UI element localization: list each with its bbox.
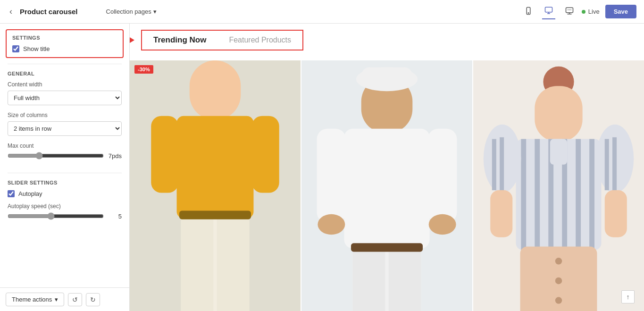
save-button[interactable]: Save [605,5,636,18]
autoplay-checkbox[interactable] [8,190,15,197]
show-title-checkbox[interactable] [12,45,19,52]
size-of-columns-label: Size of columns [8,112,122,118]
max-count-group: Max count 7pds [8,143,122,160]
size-of-columns-group: Size of columns 1 item in row 2 items in… [8,112,122,136]
tab-featured[interactable]: Featured Products [229,36,291,44]
page-title: Product carousel [20,8,78,16]
svg-rect-29 [389,247,421,311]
sidebar-content: SETTINGS Show title GENERAL Content widt… [0,24,129,287]
svg-rect-47 [605,139,609,191]
max-count-label: Max count [8,143,122,149]
svg-rect-21 [361,67,413,84]
svg-rect-49 [490,190,512,237]
svg-rect-41 [589,139,594,250]
product-card-1: -30% Lacoste Belted chino trousers polo [130,60,301,311]
autoplay-speed-group: Autoplay speed (sec) 5 [8,203,122,220]
svg-rect-40 [576,139,581,250]
svg-rect-23 [317,129,346,223]
content-width-label: Content width [8,81,122,88]
mobile-view-button[interactable] [522,5,535,19]
svg-rect-34 [535,86,582,142]
svg-rect-9 [190,60,241,120]
svg-rect-10 [177,116,254,219]
svg-point-53 [555,277,562,284]
theme-actions-label: Theme actions [12,296,52,303]
autoplay-speed-value: 5 [108,213,122,220]
show-title-row: Show title [12,45,117,52]
autoplay-speed-slider-row: 5 [8,212,122,220]
product-badge-1: -30% [134,65,153,74]
device-icons [522,4,576,19]
svg-rect-22 [344,129,430,248]
max-count-value: 7pds [108,152,122,160]
general-section: GENERAL Content width Full width Boxed S… [0,64,129,173]
svg-rect-50 [605,190,627,237]
settings-section-box: SETTINGS Show title [6,29,124,58]
topbar: ‹ Product carousel Collection pages ▾ Li… [0,0,644,24]
settings-label: SETTINGS [12,35,117,41]
svg-rect-12 [252,116,279,193]
live-indicator: Live [582,8,600,15]
autoplay-label: Autoplay [18,190,42,197]
redo-button[interactable]: ↻ [86,293,100,306]
size-of-columns-select[interactable]: 1 item in row 2 items in row 3 items in … [8,121,122,136]
back-button[interactable]: ‹ [8,5,14,18]
svg-rect-14 [181,214,214,311]
show-title-label: Show title [23,45,50,52]
preview-inner: Trending Now Featured Products [130,24,644,311]
content-width-group: Content width Full width Boxed [8,81,122,105]
product-image-1 [130,60,301,311]
arrow-annotation [130,37,134,43]
svg-point-54 [555,297,562,303]
svg-point-26 [429,214,456,235]
svg-rect-36 [521,139,526,250]
collection-dropdown[interactable]: Collection pages ▾ [106,8,157,15]
product-card-3: Giorgio Armani Fit Linen Shirt [473,60,644,311]
svg-rect-2 [545,7,552,12]
svg-rect-11 [151,116,178,193]
svg-rect-28 [353,247,385,311]
collection-dropdown-container: Collection pages ▾ [106,8,157,15]
tab-trending[interactable]: Trending Now [153,35,206,45]
autoplay-speed-label: Autoplay speed (sec) [8,203,122,210]
svg-rect-42 [550,139,567,165]
svg-point-25 [318,214,345,235]
preview-area: Trending Now Featured Products [130,24,644,311]
product-image-2 [301,60,472,311]
svg-rect-30 [351,243,423,252]
svg-rect-15 [217,214,250,311]
slider-settings-section: SLIDER SETTINGS Autoplay Autoplay speed … [0,173,129,233]
desktop-view-button[interactable] [542,4,555,19]
svg-rect-45 [492,139,496,191]
sidebar-footer: Theme actions ▾ ↺ ↻ [0,287,129,311]
tabs-outline-box: Trending Now Featured Products [141,30,303,50]
slider-settings-label: SLIDER SETTINGS [8,180,122,185]
svg-rect-24 [428,129,457,223]
svg-point-52 [555,258,562,264]
content-width-select[interactable]: Full width Boxed [8,91,122,105]
scroll-up-button[interactable]: ↑ [621,290,635,303]
undo-button[interactable]: ↺ [68,293,82,306]
products-grid: -30% Lacoste Belted chino trousers polo [130,57,644,311]
max-count-slider[interactable] [8,152,104,160]
product-card-2: Gap New Blend Field Jacket [301,60,472,311]
sidebar: SETTINGS Show title GENERAL Content widt… [0,24,130,311]
theme-actions-button[interactable]: Theme actions ▾ [6,293,64,306]
svg-rect-46 [500,137,504,193]
tabs-with-arrow: Trending Now Featured Products [130,24,644,57]
main-layout: SETTINGS Show title GENERAL Content widt… [0,24,644,311]
autoplay-row: Autoplay [8,190,122,197]
autoplay-speed-slider[interactable] [8,212,104,220]
svg-rect-48 [612,137,617,193]
custom-view-button[interactable] [563,5,576,19]
max-count-slider-row: 7pds [8,152,122,160]
svg-point-1 [528,12,529,13]
svg-rect-18 [179,211,251,219]
theme-actions-arrow: ▾ [55,296,58,303]
live-dot [582,10,585,14]
product-image-3 [473,60,644,311]
general-label: GENERAL [8,71,122,76]
svg-rect-37 [535,139,540,250]
